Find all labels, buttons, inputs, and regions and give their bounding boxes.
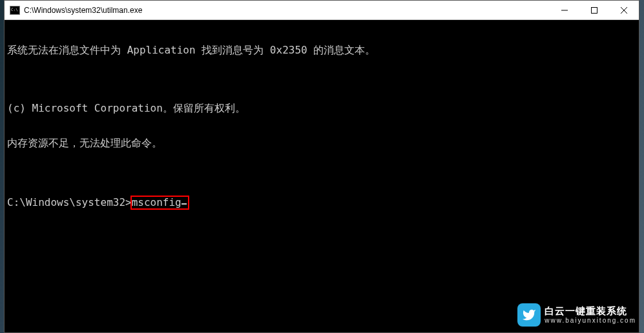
watermark: 白云一键重装系统 www.baiyunxitong.com bbox=[517, 303, 636, 327]
window-title: C:\Windows\system32\utilman.exe bbox=[24, 6, 550, 15]
prompt-text: C:\Windows\system32> bbox=[7, 197, 132, 208]
minimize-button[interactable] bbox=[550, 1, 579, 19]
close-button[interactable] bbox=[609, 1, 639, 19]
titlebar[interactable]: C:\Windows\system32\utilman.exe bbox=[5, 1, 639, 20]
watermark-title: 白云一键重装系统 bbox=[545, 306, 636, 317]
watermark-url: www.baiyunxitong.com bbox=[545, 317, 636, 324]
typed-command: msconfig bbox=[132, 196, 182, 208]
terminal-output[interactable]: 系统无法在消息文件中为 Application 找到消息号为 0x2350 的消… bbox=[5, 20, 639, 332]
watermark-text: 白云一键重装系统 www.baiyunxitong.com bbox=[545, 306, 636, 324]
output-line: (c) Microsoft Corporation。保留所有权利。 bbox=[7, 103, 636, 114]
window-controls bbox=[550, 1, 639, 19]
cursor bbox=[182, 203, 187, 205]
svg-rect-1 bbox=[592, 7, 597, 13]
watermark-logo-icon bbox=[517, 303, 541, 327]
command-highlight: msconfig bbox=[130, 196, 189, 210]
cmd-icon bbox=[10, 6, 20, 15]
maximize-icon bbox=[591, 7, 597, 14]
output-line: 系统无法在消息文件中为 Application 找到消息号为 0x2350 的消… bbox=[7, 45, 636, 56]
output-line: 内存资源不足，无法处理此命令。 bbox=[7, 137, 636, 149]
close-icon bbox=[621, 7, 627, 14]
maximize-button[interactable] bbox=[579, 1, 609, 19]
minimize-icon bbox=[561, 7, 568, 14]
prompt-line: C:\Windows\system32>msconfig bbox=[7, 196, 636, 210]
console-window: C:\Windows\system32\utilman.exe 系统无法在消息文… bbox=[4, 0, 639, 333]
bird-icon bbox=[522, 308, 536, 322]
